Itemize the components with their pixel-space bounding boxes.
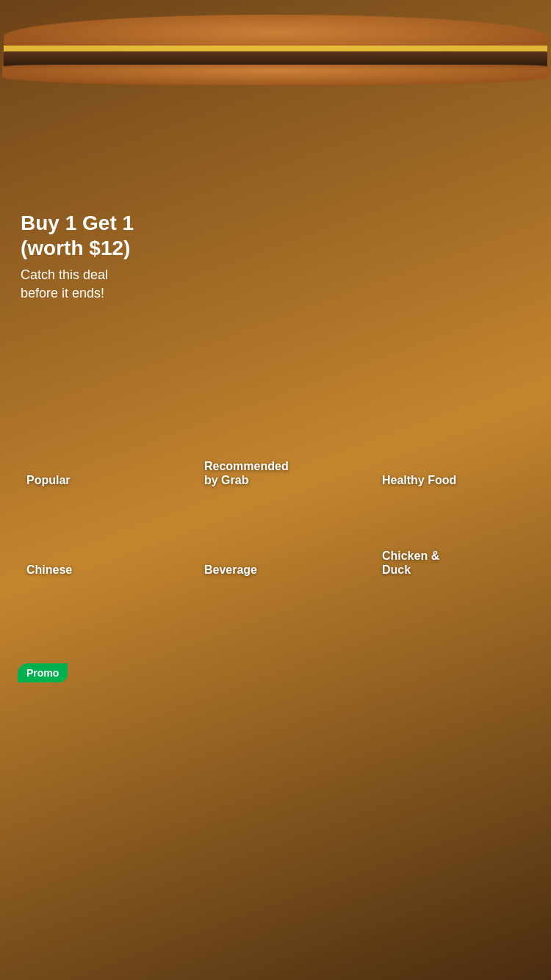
category-chicken-label: Chicken &Duck bbox=[382, 549, 439, 577]
category-chinese-label: Chinese bbox=[26, 563, 72, 577]
banner-title: Buy 1 Get 1(worth $12) bbox=[21, 211, 134, 260]
restaurant-list: Promo bbox=[0, 663, 551, 787]
banner-text: Buy 1 Get 1(worth $12) Catch this dealbe… bbox=[21, 211, 134, 303]
category-healthy-label: Healthy Food bbox=[382, 473, 456, 487]
category-popular-label: Popular bbox=[26, 473, 71, 487]
restaurant-card-2[interactable] bbox=[460, 663, 533, 781]
promo-badge: Promo bbox=[18, 663, 68, 682]
category-recommended-label: Recommendedby Grab bbox=[204, 459, 289, 487]
banner-subtitle: Catch this dealbefore it ends! bbox=[21, 266, 134, 303]
category-beverage-label: Beverage bbox=[204, 563, 257, 577]
